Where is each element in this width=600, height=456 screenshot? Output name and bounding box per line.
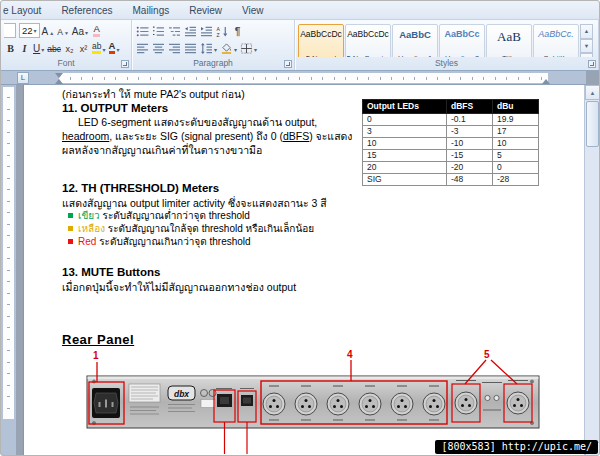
scrollbar-thumb[interactable] [586,101,599,147]
styles-group: AaBbCcDc¶ Normal AaBbCcDc¶ No Spaci... A… [295,20,599,70]
font-dialog-launcher[interactable] [121,60,129,68]
horizontal-ruler: L [1,71,586,85]
tab-stop-selector[interactable]: L [17,72,29,84]
shrink-font-button[interactable]: A▼ [56,23,70,38]
tab-references[interactable]: References [51,2,122,19]
show-formatting-marks-button[interactable]: ¶ [231,23,244,38]
bullet-icon [68,226,73,231]
ribbon: 22▾ A▲ A▼ Aa▾ A B I U▾ abc x₂ x² ab▾ A▾ [1,20,599,71]
scroll-up-button[interactable]: ▲ [585,85,600,100]
vertical-ruler [1,85,16,456]
chevron-down-icon: ▾ [85,29,88,37]
vertical-scrollbar[interactable]: ▲ ▼ [584,85,599,456]
power-inlet [92,388,120,418]
paragraph-group-label: Paragraph [132,57,294,70]
tab-page-layout[interactable]: e Layout [1,2,51,19]
grow-font-button[interactable]: A▲ [41,23,56,38]
section-12-heading: 12. TH (THRESHOLD) Meters [62,181,219,195]
right-indent-marker[interactable] [542,79,550,84]
ruler-band [59,73,548,83]
bullets-button[interactable] [135,23,150,38]
justify-button[interactable] [183,40,198,55]
align-right-button[interactable] [167,40,182,55]
font-size-combo[interactable]: 22▾ [19,23,40,38]
list-item: Red ระดับสัญญาณเกินกว่าจุด threshold [68,235,314,248]
chevron-down-icon: ▾ [254,46,257,54]
font-color-button[interactable]: A▾ [107,40,120,55]
sort-button[interactable]: AZ [215,23,230,38]
callout-1: 1 [93,350,99,361]
chevron-down-icon: ▾ [116,46,119,54]
subscript-button[interactable]: x₂ [63,40,76,55]
styles-scroll-up-button[interactable]: ▲ [580,24,593,39]
section-13-heading: 13. MUTE Buttons [62,265,160,279]
font-group: 22▾ A▲ A▼ Aa▾ A B I U▾ abc x₂ x² ab▾ A▾ [1,20,132,70]
increase-indent-button[interactable] [199,23,214,38]
style-card-no-spacing[interactable]: AaBbCcDc¶ No Spaci... [345,24,391,57]
table-header-cell: Output LEDs [363,100,447,114]
hanging-indent-marker[interactable] [55,79,63,84]
small-button [494,395,499,400]
bold-button[interactable]: B [4,40,17,55]
style-card-title[interactable]: AaBTitle [486,24,532,57]
xlr-connector [507,392,529,414]
clear-formatting-button[interactable]: A [90,23,103,38]
styles-dialog-launcher[interactable] [588,60,596,68]
table-row: 15-155 [363,150,539,162]
intro-line: (ก่อนกระทำ ให้ mute PA2's output ก่อน) [62,87,245,101]
style-card-subtitle[interactable]: AaBbCc.Subtitle [533,24,579,57]
bullets-icon [136,26,149,37]
line-spacing-button[interactable]: ▾ [199,40,218,55]
numbering-icon [152,26,165,37]
ribbon-tab-bar: e Layout References Mailings Review View [1,1,599,20]
document-area: (ก่อนกระทำ ให้ mute PA2's output ก่อน) 1… [16,85,586,456]
first-line-indent-marker[interactable] [55,73,63,78]
table-header-cell: dBFS [447,100,493,114]
align-center-icon [152,43,165,54]
strikethrough-button[interactable]: abc [46,40,62,55]
tab-review[interactable]: Review [179,2,232,19]
styles-gallery: AaBbCcDc¶ Normal AaBbCcDc¶ No Spaci... A… [298,22,595,57]
section-12-paragraph: แสดงสัญญาณ output limiter activity ซึ่งจ… [62,196,327,210]
font-group-label: Font [1,57,131,70]
superscript-button[interactable]: x² [77,40,90,55]
xlr-connector [455,392,477,414]
borders-button[interactable]: ▾ [239,40,258,55]
paint-bucket-icon [220,43,233,54]
align-right-icon [168,43,181,54]
tab-mailings[interactable]: Mailings [123,2,180,19]
paragraph-dialog-launcher[interactable] [284,60,292,68]
watermark: [800x583] http://upic.me/ [435,440,598,454]
align-left-button[interactable] [135,40,150,55]
bullet-icon [68,239,73,244]
output-led-table: Output LEDs dBFS dBu 0-0.119.9 3-317 10-… [362,99,539,186]
small-button [485,395,490,400]
table-row: 20-200 [363,162,539,174]
text-highlight-button[interactable]: ab▾ [91,40,106,55]
change-case-button[interactable]: Aa▾ [71,23,89,38]
underline-button[interactable]: U▾ [32,40,45,55]
document-page[interactable]: (ก่อนกระทำ ให้ mute PA2's output ก่อน) 1… [23,85,586,456]
italic-button[interactable]: I [18,40,31,55]
multilevel-list-button[interactable] [167,23,182,38]
chevron-down-icon: ▾ [214,46,217,54]
style-card-heading1[interactable]: AaBbCHeading 1 [392,24,438,57]
style-card-heading2[interactable]: AaBbCcHeading 2 [439,24,485,57]
borders-icon [240,43,253,54]
align-left-icon [136,43,149,54]
font-name-combo[interactable] [4,23,16,38]
shading-button[interactable]: ▾ [219,40,238,55]
styles-scroll-down-button[interactable]: ▼ [580,39,593,54]
screw-icon [530,380,533,383]
word-window: e Layout References Mailings Review View… [0,0,600,456]
styles-group-label: Styles [295,57,598,70]
svg-text:Z: Z [217,32,220,37]
numbering-button[interactable] [151,23,166,38]
arrow-down-icon: ▼ [64,30,69,37]
style-card-normal[interactable]: AaBbCcDc¶ Normal [298,24,344,57]
align-center-button[interactable] [151,40,166,55]
decrease-indent-button[interactable] [183,23,198,38]
tab-view[interactable]: View [232,2,274,19]
threshold-color-list: เขียว ระดับสัญญาณต่ำกว่าจุด threshold เห… [68,209,314,248]
callout-5: 5 [484,349,490,360]
